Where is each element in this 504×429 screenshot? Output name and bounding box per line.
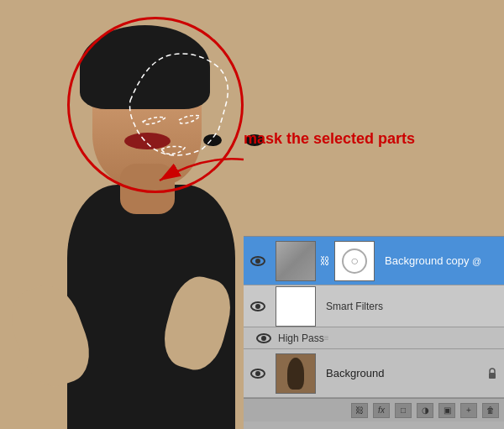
thumb-bg-copy-mask: ○ (334, 241, 375, 281)
eye-icon-high-pass[interactable] (254, 328, 274, 348)
thumb-gray-content (276, 242, 315, 280)
layer-toolbar: ⛓ fx □ ◑ ▣ + 🗑 (244, 398, 504, 421)
fx-icon[interactable]: fx (373, 403, 390, 418)
eye-shape-sf (250, 301, 265, 311)
mask-button[interactable]: □ (395, 403, 412, 418)
thumb-background (276, 353, 316, 394)
smart-filters-label: Smart Filters (319, 301, 504, 312)
thumb-bg-content (276, 354, 315, 393)
link-layers-icon[interactable]: ⛓ (351, 403, 368, 418)
thumb-figure (287, 358, 304, 390)
thumb-bg-copy-gray (276, 241, 316, 281)
adjustment-icon[interactable]: ◑ (417, 403, 433, 418)
layer-background[interactable]: Background (244, 349, 504, 398)
thumb-smart-filters (276, 286, 316, 327)
thumb-white-content (276, 287, 315, 326)
eye-icon-smart-filters[interactable] (248, 296, 268, 317)
mask-circle: ○ (342, 249, 367, 274)
layer-name-background: Background (319, 367, 486, 379)
svg-rect-1 (489, 373, 496, 379)
annotation-text: mask the selected parts (244, 130, 415, 147)
eye-shape-hp (256, 333, 271, 343)
group-icon[interactable]: ▣ (438, 403, 455, 418)
eye-shape (250, 256, 265, 266)
eye-pupil-bg (255, 371, 260, 376)
eye-shape-bg (250, 369, 265, 379)
layers-panel: ⛓ ○ Background copy @ Smart Filters (244, 236, 504, 429)
high-pass-row[interactable]: High Pass ≡ (244, 327, 504, 349)
lock-icon (486, 367, 499, 380)
layer-name-bg-copy: Background copy @ (378, 254, 504, 267)
thumb-mask-content: ○ (335, 242, 374, 280)
eye-icon-bg-copy[interactable] (248, 251, 268, 271)
high-pass-label: High Pass (278, 332, 324, 344)
annotation-arrow (134, 147, 252, 197)
expand-arrow[interactable]: ≡ (324, 333, 329, 343)
canvas-area: mask the selected parts ⛓ (0, 0, 504, 429)
new-layer-icon[interactable]: + (460, 403, 477, 418)
eye-pupil-sf (255, 304, 260, 309)
eye-icon-background[interactable] (248, 364, 268, 384)
arrow-annotation: mask the selected parts (244, 130, 415, 148)
eye-pupil (255, 259, 260, 264)
delete-layer-icon[interactable]: 🗑 (482, 403, 499, 418)
link-icon: ⛓ (319, 255, 331, 267)
layer-background-copy[interactable]: ⛓ ○ Background copy @ (244, 237, 504, 285)
layer-smart-filters[interactable]: Smart Filters (244, 285, 504, 327)
eye-pupil-hp (261, 336, 266, 341)
